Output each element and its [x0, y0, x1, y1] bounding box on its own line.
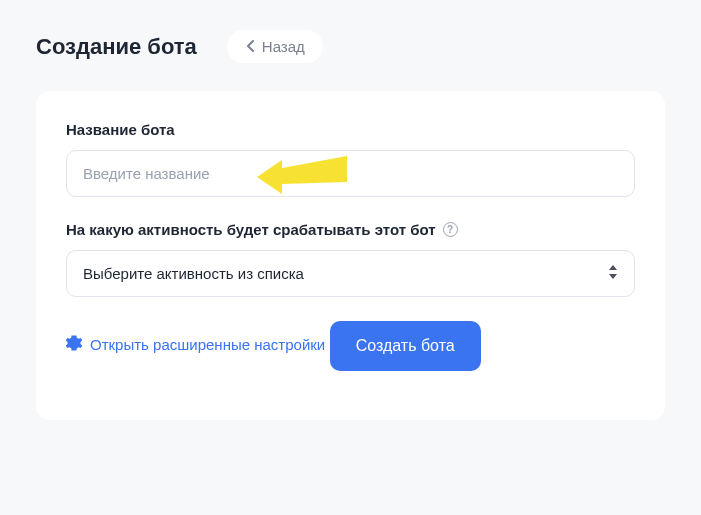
advanced-settings-link[interactable]: Открыть расширенные настройки: [66, 335, 325, 354]
settings-icon: [66, 335, 82, 354]
form-card: Название бота На какую активность будет …: [36, 91, 665, 420]
back-button[interactable]: Назад: [227, 30, 323, 63]
page-title: Создание бота: [36, 34, 197, 60]
bot-name-input[interactable]: [66, 150, 635, 197]
back-button-label: Назад: [262, 38, 305, 55]
activity-select[interactable]: Выберите активность из списка: [66, 250, 635, 297]
create-bot-button[interactable]: Создать бота: [330, 321, 481, 371]
help-icon[interactable]: ?: [443, 222, 458, 237]
chevron-left-icon: [245, 38, 255, 55]
activity-label: На какую активность будет срабатывать эт…: [66, 221, 635, 238]
page-header: Создание бота Назад: [36, 30, 665, 63]
activity-label-text: На какую активность будет срабатывать эт…: [66, 221, 436, 238]
name-field-group: Название бота: [66, 121, 635, 197]
create-bot-label: Создать бота: [356, 337, 455, 354]
sort-icon: [608, 265, 618, 282]
activity-field-group: На какую активность будет срабатывать эт…: [66, 221, 635, 297]
activity-select-value: Выберите активность из списка: [83, 265, 304, 282]
name-input-wrapper: [66, 150, 635, 197]
advanced-settings-label: Открыть расширенные настройки: [90, 336, 325, 353]
name-label: Название бота: [66, 121, 635, 138]
activity-select-wrapper: Выберите активность из списка: [66, 250, 635, 297]
